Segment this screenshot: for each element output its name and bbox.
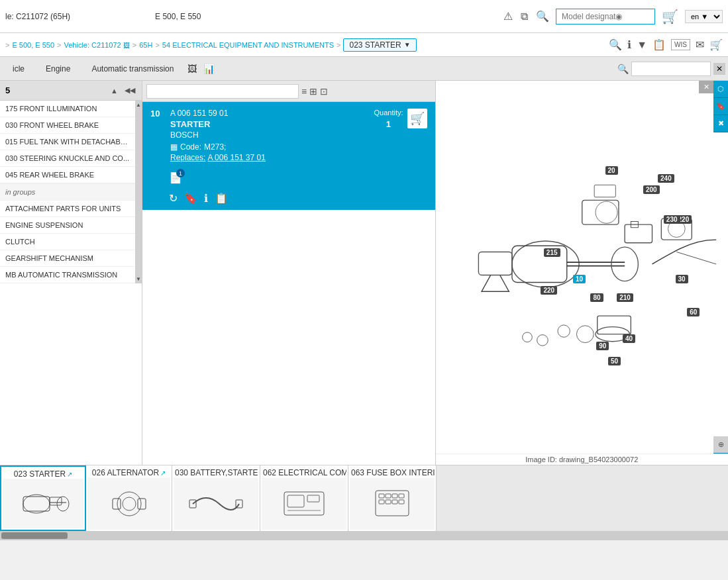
breadcrumb-current[interactable]: 023 STARTER ▼ bbox=[343, 38, 416, 52]
filter-btn[interactable]: ▼ bbox=[637, 39, 647, 51]
diag-num-90[interactable]: 90 bbox=[596, 342, 609, 350]
thumb-svg-0 bbox=[13, 485, 73, 522]
diag-bookmark-btn[interactable]: 🔖 bbox=[713, 98, 728, 115]
thumb-063-label: 063 FUSE BOX INTERIOR ↗ bbox=[350, 467, 435, 477]
sidebar-item-gearshift[interactable]: GEARSHIFT MECHANISM bbox=[0, 250, 135, 267]
replaces-value[interactable]: A 006 151 37 01 bbox=[207, 153, 265, 162]
info-btn[interactable]: ℹ bbox=[627, 38, 631, 51]
breadcrumb-equipment[interactable]: 54 ELECTRICAL EQUIPMENT AND INSTRUMENTS bbox=[162, 41, 334, 49]
model-label: E 500, E 550 bbox=[155, 12, 201, 21]
diag-num-20[interactable]: 20 bbox=[605, 166, 618, 175]
thumb-030-cable[interactable]: 030 BATTERY,STARTER/ALTERNATOR CABLE ↗ bbox=[172, 465, 260, 531]
sidebar-scrollbar[interactable]: ▲ ▼ bbox=[135, 101, 142, 283]
add-to-cart-btn[interactable]: 🛒 bbox=[407, 109, 427, 128]
tab-vehicle[interactable]: icle bbox=[3, 60, 34, 77]
breadcrumb-vehicle[interactable]: Vehicle: C211072 🖼 bbox=[64, 41, 129, 49]
tab-transmission[interactable]: Automatic transmission bbox=[81, 60, 183, 77]
diag-share-btn[interactable]: ⬡ bbox=[713, 81, 728, 98]
breadcrumb-65h[interactable]: 65H bbox=[139, 41, 152, 49]
parts-grid-view-btn[interactable]: ⊞ bbox=[309, 86, 317, 97]
search-icon-top[interactable]: 🔍 bbox=[535, 9, 550, 24]
tab-search-clear[interactable]: ✕ bbox=[713, 63, 725, 75]
svg-rect-42 bbox=[392, 500, 397, 504]
tab-search-icon: 🔍 bbox=[617, 64, 629, 74]
thumb-026-img bbox=[87, 477, 170, 530]
svg-rect-39 bbox=[399, 494, 404, 498]
cart-button-top[interactable]: 🛒 bbox=[660, 7, 680, 26]
copy-icon[interactable]: ⧉ bbox=[519, 9, 529, 24]
sidebar-item-front-illumination[interactable]: 175 FRONT ILLUMINATION bbox=[0, 101, 135, 117]
diag-num-40[interactable]: 40 bbox=[623, 334, 635, 343]
diag-num-220b[interactable]: 220 bbox=[541, 286, 557, 295]
svg-rect-19 bbox=[594, 185, 615, 197]
sidebar-item-auto-transmission[interactable]: MB AUTOMATIC TRANSMISSION bbox=[0, 267, 135, 283]
thumb-063-fusebox[interactable]: 063 FUSE BOX INTERIOR ↗ bbox=[348, 465, 437, 531]
svg-point-12 bbox=[576, 326, 594, 343]
parts-search-input[interactable] bbox=[146, 84, 299, 99]
diag-num-200[interactable]: 200 bbox=[643, 185, 660, 194]
thumbnail-scrollbar[interactable] bbox=[0, 531, 728, 540]
model-search-input[interactable] bbox=[556, 9, 655, 24]
document-icon[interactable]: 📋 bbox=[215, 192, 228, 205]
thumb-svg-2 bbox=[186, 485, 246, 522]
sidebar-item-clutch[interactable]: CLUTCH bbox=[0, 234, 135, 250]
bookmark-icon[interactable]: 🔖 bbox=[184, 192, 197, 205]
info-circle-icon[interactable]: ℹ bbox=[204, 192, 208, 205]
sidebar-item-front-wheel-brake[interactable]: 030 FRONT WHEEL BRAKE bbox=[0, 117, 135, 134]
refresh-icon[interactable]: ↻ bbox=[169, 192, 178, 205]
diag-num-50[interactable]: 50 bbox=[608, 357, 621, 365]
tab-icon-1[interactable]: 🖼 bbox=[185, 61, 199, 77]
sidebar-menu-btn[interactable]: ◀◀ bbox=[123, 85, 136, 96]
diag-num-30[interactable]: 30 bbox=[676, 275, 688, 283]
svg-rect-27 bbox=[113, 499, 121, 509]
sidebar-item-steering-knuckle[interactable]: 030 STEERING KNUCKLE AND CO... bbox=[0, 150, 135, 167]
sidebar-item-fuel-tank[interactable]: 015 FUEL TANK WITH DETACHABL... bbox=[0, 134, 135, 150]
thumb-062-electrical[interactable]: 062 ELECTRICAL COMPARTMENT IN CO-DRIVER'… bbox=[260, 465, 348, 531]
svg-point-23 bbox=[57, 497, 69, 511]
cart-btn-breadcrumb[interactable]: 🛒 bbox=[709, 38, 723, 51]
parts-expand-btn[interactable]: ⊡ bbox=[320, 86, 328, 97]
diag-zoom-fit-btn[interactable]: ⊕ bbox=[713, 436, 728, 454]
thumb-023-starter[interactable]: 023 STARTER ↗ bbox=[0, 465, 86, 531]
tab-icon-2[interactable]: 📊 bbox=[201, 61, 217, 77]
tab-bar: icle Engine Automatic transmission 🖼 📊 🔍… bbox=[0, 57, 728, 81]
sidebar-item-engine-suspension[interactable]: ENGINE SUSPENSION bbox=[0, 217, 135, 234]
svg-rect-43 bbox=[399, 500, 404, 504]
print-btn[interactable]: 📋 bbox=[652, 38, 666, 51]
tab-engine[interactable]: Engine bbox=[36, 60, 80, 77]
parts-toolbar: ≡ ⊞ ⊡ bbox=[142, 81, 435, 102]
diag-num-10[interactable]: 10 bbox=[573, 275, 586, 283]
diag-num-80[interactable]: 80 bbox=[590, 293, 603, 302]
diagram-close-btn[interactable]: ✕ bbox=[699, 81, 713, 93]
sidebar-collapse-btn[interactable]: ▲ bbox=[109, 85, 119, 96]
sidebar-item-rear-wheel-brake[interactable]: 045 REAR WHEEL BRAKE bbox=[0, 167, 135, 183]
thumb-ext-icon-1: ↗ bbox=[160, 469, 166, 477]
code-grid-icon: ▦ bbox=[170, 142, 178, 152]
thumb-svg-1 bbox=[99, 485, 159, 522]
svg-rect-37 bbox=[386, 494, 391, 498]
language-select[interactable]: en ▼ bbox=[685, 10, 723, 23]
diag-num-60[interactable]: 60 bbox=[687, 308, 700, 316]
tab-search-input[interactable] bbox=[631, 62, 711, 76]
zoom-in-btn[interactable]: 🔍 bbox=[609, 38, 622, 51]
thumb-023-img bbox=[3, 479, 83, 528]
sidebar-scroll-area: 175 FRONT ILLUMINATION 030 FRONT WHEEL B… bbox=[0, 101, 142, 283]
thumb-026-alternator[interactable]: 026 ALTERNATOR ↗ bbox=[86, 465, 172, 531]
vehicle-code: le: C211072 (65H) bbox=[5, 12, 70, 21]
sidebar-item-attachment[interactable]: ATTACHMENT PARTS FOR UNITS bbox=[0, 201, 135, 217]
diag-num-240[interactable]: 240 bbox=[658, 174, 674, 183]
svg-rect-9 bbox=[478, 252, 512, 275]
scrollbar-thumb[interactable] bbox=[1, 532, 68, 539]
breadcrumb-model[interactable]: E 500, E 550 bbox=[12, 41, 54, 49]
diag-num-210[interactable]: 210 bbox=[617, 293, 633, 302]
part-replaces: Replaces: A 006 151 37 01 bbox=[170, 153, 367, 162]
wis-btn[interactable]: WIS bbox=[671, 39, 690, 50]
email-btn[interactable]: ✉ bbox=[696, 38, 704, 51]
diag-num-230[interactable]: 230 bbox=[664, 215, 680, 224]
diag-info-btn[interactable]: ✖ bbox=[713, 115, 728, 132]
svg-point-6 bbox=[595, 201, 617, 223]
part-number: A 006 151 59 01 bbox=[170, 109, 367, 118]
parts-list-view-btn[interactable]: ≡ bbox=[301, 86, 307, 97]
warning-icon[interactable]: ⚠ bbox=[502, 9, 514, 24]
diag-num-215[interactable]: 215 bbox=[544, 248, 560, 257]
